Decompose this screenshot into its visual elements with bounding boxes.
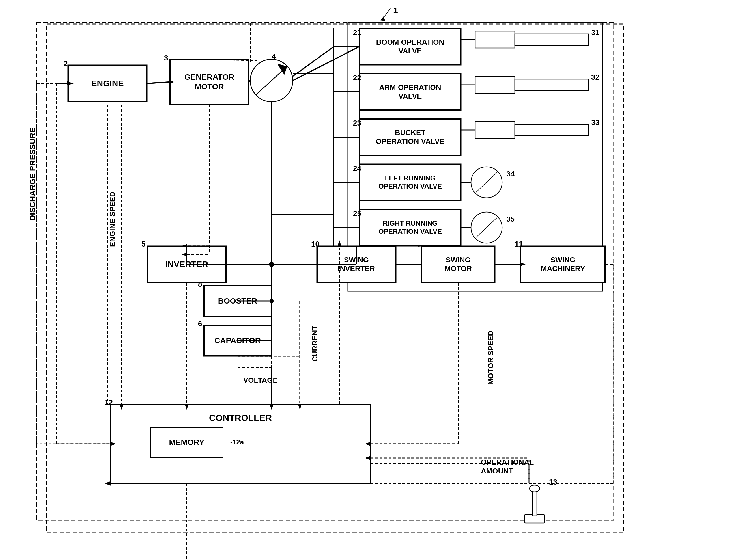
swing-machinery-id: 11 <box>515 240 523 248</box>
svg-point-32 <box>471 212 502 243</box>
generator-motor-id: 3 <box>164 54 168 63</box>
svg-point-139 <box>269 262 274 267</box>
bucket-valve-label: BUCKETOPERATION VALVE <box>376 128 445 146</box>
svg-rect-94 <box>532 489 537 516</box>
current-label: CURRENT <box>311 326 319 362</box>
boom-valve-label: BOOM OPERATIONVALVE <box>376 38 444 55</box>
svg-line-39 <box>249 81 250 82</box>
svg-rect-20 <box>475 31 515 48</box>
arm-valve-label: ARM OPERATIONVALVE <box>379 83 441 100</box>
joystick-id: 13 <box>549 478 557 487</box>
joystick-svg <box>520 480 549 526</box>
svg-line-33 <box>476 218 497 238</box>
svg-line-96 <box>147 82 169 83</box>
arm-valve-id: 22 <box>353 73 361 82</box>
svg-line-5 <box>256 66 287 95</box>
pump-id: 4 <box>272 52 276 61</box>
memory-id: ~12a <box>229 438 244 446</box>
ref-1: 1 <box>393 6 398 15</box>
svg-marker-6 <box>277 64 287 75</box>
svg-marker-130 <box>105 481 111 486</box>
svg-line-38 <box>249 81 250 82</box>
swing-motor-label: SWINGMOTOR <box>445 255 472 273</box>
swing-machinery-box: SWINGMACHINERY <box>520 246 605 283</box>
memory-label: MEMORY <box>169 438 205 447</box>
svg-marker-122 <box>338 240 341 247</box>
booster-id: 8 <box>198 280 202 289</box>
left-motor-id: 34 <box>506 170 514 178</box>
discharge-pressure-label: DISCHARGE PRESSURE <box>28 128 37 221</box>
capacitor-label: CAPACITOR <box>214 336 261 345</box>
svg-line-91 <box>382 8 390 20</box>
engine-id: 2 <box>64 59 68 68</box>
inverter-id: 5 <box>142 240 145 248</box>
boom-valve-id: 21 <box>353 28 361 37</box>
svg-marker-92 <box>380 16 385 21</box>
svg-point-29 <box>471 167 502 198</box>
boom-actuator-id: 31 <box>591 28 599 37</box>
arm-actuator-id: 32 <box>591 73 599 82</box>
right-running-valve-label: RIGHT RUNNINGOPERATION VALVE <box>379 219 442 236</box>
controller-id: 12 <box>105 398 113 407</box>
svg-line-40 <box>249 81 250 82</box>
inverter-label: INVERTER <box>165 259 208 269</box>
inverter-box: INVERTER <box>147 246 226 283</box>
svg-rect-21 <box>515 34 588 45</box>
svg-line-35 <box>147 82 170 83</box>
svg-line-41 <box>293 47 359 81</box>
svg-line-43 <box>293 47 334 76</box>
engine-label: ENGINE <box>91 78 124 88</box>
svg-line-37 <box>249 81 250 82</box>
swing-inverter-id: 10 <box>311 240 319 248</box>
operational-amount-label: OPERATIONALAMOUNT <box>481 458 534 475</box>
svg-rect-27 <box>515 125 588 136</box>
swing-machinery-label: SWINGMACHINERY <box>541 255 585 273</box>
engine-speed-label: ENGINE SPEED <box>108 192 117 247</box>
capacitor-id: 6 <box>198 319 202 328</box>
voltage-label: VOLTAGE <box>243 376 278 385</box>
bucket-actuator-id: 33 <box>591 118 599 127</box>
svg-line-30 <box>476 173 497 192</box>
left-running-valve-label: LEFT RUNNINGOPERATION VALVE <box>379 174 442 191</box>
bucket-valve-id: 23 <box>353 119 361 128</box>
capacitor-box: CAPACITOR <box>204 325 272 356</box>
memory-box: MEMORY <box>150 427 223 458</box>
swing-inverter-label: SWINGINVERTER <box>338 255 375 273</box>
generator-motor-box: GENERATORMOTOR <box>170 59 249 105</box>
diagram-container: 1 ENGINE 2 GENERATORMOTOR 3 4 INVERTER 5… <box>0 0 749 560</box>
joystick: 13 <box>520 480 549 527</box>
right-motor-id: 35 <box>506 215 514 224</box>
right-running-valve-id: 25 <box>353 209 361 218</box>
generator-motor-label: GENERATORMOTOR <box>185 72 234 91</box>
svg-line-98 <box>249 81 251 82</box>
motor-speed-label: MOTOR SPEED <box>487 331 495 385</box>
swing-motor-box: SWINGMOTOR <box>422 246 495 283</box>
boom-valve-box: BOOM OPERATIONVALVE <box>359 28 461 65</box>
svg-rect-24 <box>515 79 588 90</box>
left-running-valve-box: LEFT RUNNINGOPERATION VALVE <box>359 164 461 201</box>
arm-valve-box: ARM OPERATIONVALVE <box>359 73 461 110</box>
booster-box: BOOSTER <box>204 286 272 317</box>
engine-box: ENGINE <box>68 65 147 102</box>
svg-point-4 <box>250 59 293 102</box>
bucket-valve-box: BUCKETOPERATION VALVE <box>359 119 461 155</box>
swing-inverter-box: SWINGINVERTER <box>317 246 396 283</box>
svg-marker-74 <box>338 241 341 247</box>
right-running-valve-box: RIGHT RUNNINGOPERATION VALVE <box>359 209 461 246</box>
booster-label: BOOSTER <box>218 296 257 306</box>
svg-point-95 <box>530 485 540 492</box>
svg-rect-26 <box>475 121 515 138</box>
left-running-valve-id: 24 <box>353 164 361 173</box>
controller-label: CONTROLLER <box>209 412 272 423</box>
svg-rect-23 <box>475 76 515 93</box>
